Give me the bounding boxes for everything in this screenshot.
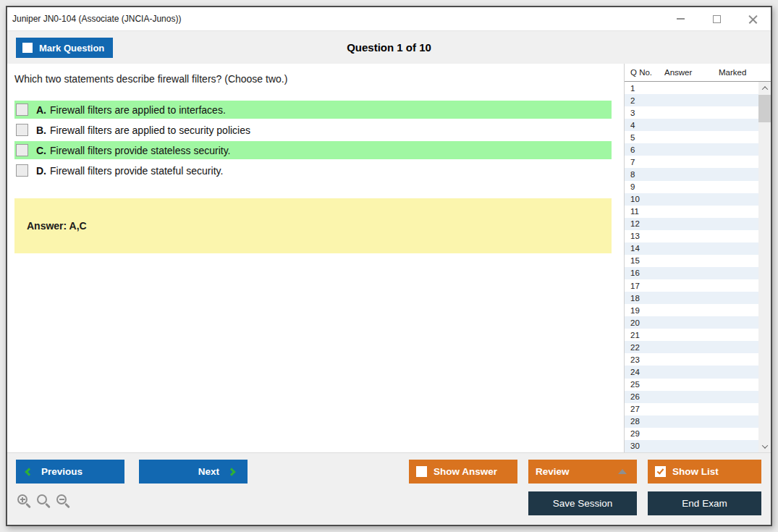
question-list-row[interactable]: 25	[625, 379, 758, 391]
show-list-button[interactable]: Show List	[648, 460, 761, 484]
question-number: 9	[630, 182, 635, 191]
zoom-out-icon[interactable]	[56, 494, 67, 504]
next-label: Next	[198, 466, 219, 477]
question-list-row[interactable]: 8	[625, 168, 758, 180]
save-session-button[interactable]: Save Session	[528, 491, 637, 515]
option-b[interactable]: B.Firewall filters are applied to securi…	[14, 121, 612, 139]
question-list-row[interactable]: 2	[625, 94, 758, 106]
window-title: Juniper JN0-104 (Associate (JNCIA-Junos)…	[7, 14, 181, 24]
question-list-row[interactable]: 5	[625, 131, 758, 143]
question-number: 30	[630, 442, 640, 450]
question-list-row[interactable]: 26	[625, 391, 758, 403]
question-list-row[interactable]: 17	[625, 279, 758, 292]
question-list-row[interactable]: 29	[625, 428, 758, 440]
option-c[interactable]: C.Firewall filters provide stateless sec…	[14, 141, 612, 159]
review-label: Review	[536, 466, 570, 477]
checkmark-icon	[657, 467, 664, 474]
question-list-row[interactable]: 15	[625, 255, 758, 267]
question-list-panel: Q No. Answer Marked 12345678910111213141…	[624, 64, 771, 452]
question-list-row[interactable]: 21	[625, 329, 758, 341]
question-list-row[interactable]: 9	[625, 181, 758, 193]
option-text: Firewall filters provide stateful securi…	[50, 165, 223, 177]
question-list-row[interactable]: 24	[625, 366, 758, 378]
option-letter: B.	[36, 124, 46, 136]
option-letter: D.	[36, 165, 46, 177]
question-list-row[interactable]: 20	[625, 316, 758, 329]
question-number: 29	[630, 429, 640, 438]
question-number: 26	[630, 392, 640, 401]
show-answer-button[interactable]: Show Answer	[409, 460, 517, 484]
show-list-checkbox-icon	[655, 466, 666, 477]
review-button[interactable]: Review	[528, 460, 637, 484]
main-area: Which two statements describe firewall f…	[7, 64, 771, 452]
zoom-in-icon[interactable]	[17, 494, 28, 504]
question-list-row[interactable]: 14	[625, 242, 758, 255]
question-number: 18	[630, 294, 640, 303]
option-text: Firewall filters provide stateless secur…	[50, 145, 230, 156]
question-number: 22	[630, 343, 640, 352]
question-counter: Question 1 of 10	[7, 41, 771, 54]
next-button[interactable]: Next	[139, 460, 248, 484]
title-bar[interactable]: Juniper JN0-104 (Associate (JNCIA-Junos)…	[7, 7, 771, 30]
zoom-controls	[17, 494, 67, 504]
previous-button[interactable]: Previous	[16, 460, 124, 484]
question-list-row[interactable]: 11	[625, 206, 758, 218]
question-list-row[interactable]: 7	[625, 156, 758, 168]
save-session-label: Save Session	[553, 498, 613, 509]
scroll-down-button[interactable]	[758, 440, 771, 452]
question-number: 3	[630, 109, 635, 117]
question-list-row[interactable]: 3	[625, 106, 758, 119]
question-list-row[interactable]: 13	[625, 230, 758, 242]
column-header-answer: Answer	[664, 68, 719, 77]
option-checkbox[interactable]	[16, 164, 28, 177]
question-list-row[interactable]: 16	[625, 267, 758, 279]
option-checkbox[interactable]	[16, 104, 28, 116]
question-list-row[interactable]: 10	[625, 193, 758, 206]
close-button[interactable]	[735, 7, 771, 30]
chevron-right-icon	[227, 468, 235, 476]
show-answer-label: Show Answer	[434, 466, 497, 477]
answer-text: Answer: A,C	[27, 220, 87, 232]
question-number: 8	[630, 170, 635, 179]
question-list-row[interactable]: 27	[625, 403, 758, 415]
show-list-label: Show List	[672, 466, 719, 477]
maximize-button[interactable]	[698, 7, 735, 30]
minimize-button[interactable]	[662, 7, 698, 30]
option-checkbox[interactable]	[16, 124, 28, 136]
option-d[interactable]: D.Firewall filters provide stateful secu…	[14, 161, 612, 180]
question-number: 17	[630, 282, 640, 290]
question-number: 20	[630, 318, 640, 327]
scroll-up-button[interactable]	[758, 82, 771, 94]
question-list-row[interactable]: 12	[625, 218, 758, 230]
question-list-row[interactable]: 23	[625, 353, 758, 366]
option-letter: C.	[36, 145, 46, 156]
question-number: 12	[630, 219, 640, 228]
question-list-row[interactable]: 6	[625, 143, 758, 156]
option-letter: A.	[36, 104, 46, 116]
question-number: 16	[630, 269, 640, 277]
question-number: 5	[630, 133, 635, 142]
question-list-row[interactable]: 19	[625, 304, 758, 316]
zoom-reset-icon[interactable]	[37, 494, 47, 504]
end-exam-button[interactable]: End Exam	[648, 491, 761, 515]
question-list-row[interactable]: 28	[625, 415, 758, 428]
previous-label: Previous	[41, 466, 83, 477]
footer-bar: Previous Next Show Answer Review Show Li…	[7, 452, 771, 525]
close-icon	[748, 14, 758, 24]
header-strip: Mark Question Question 1 of 10	[7, 30, 771, 64]
question-list-row[interactable]: 22	[625, 341, 758, 353]
option-a[interactable]: A.Firewall filters are applied to interf…	[14, 101, 612, 119]
scrollbar-thumb[interactable]	[758, 95, 771, 122]
question-list-row[interactable]: 30	[625, 440, 758, 452]
question-list-body: 1234567891011121314151617181920212223242…	[625, 82, 771, 452]
column-header-marked: Marked	[719, 68, 771, 77]
question-number: 13	[630, 232, 640, 240]
question-list-row[interactable]: 4	[625, 119, 758, 131]
question-list-row[interactable]: 18	[625, 292, 758, 304]
maximize-icon	[713, 15, 721, 23]
question-number: 4	[630, 121, 635, 130]
option-checkbox[interactable]	[16, 144, 28, 156]
question-number: 24	[630, 368, 640, 376]
question-list-scrollbar[interactable]	[758, 82, 771, 452]
question-list-row[interactable]: 1	[625, 82, 758, 94]
